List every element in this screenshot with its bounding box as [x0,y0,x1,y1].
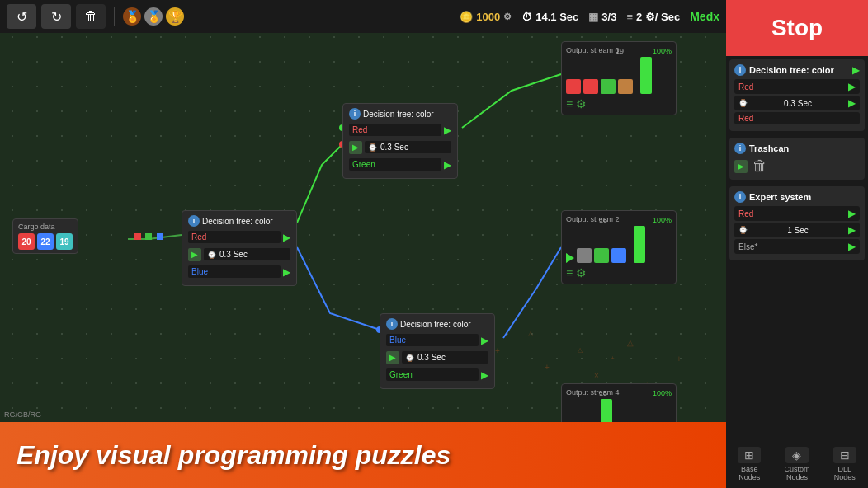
stream-4-count: 15 [599,389,607,397]
bottom-banner: Enjoy visual programming puzzles [0,422,726,488]
cargo-num-3: 19 [56,233,73,250]
decision-bot-row3: Green ▶ [386,367,488,382]
toolbar: ↺ ↻ 🗑 🏅 🏅 🏆 🪙 1000 ⚙ ⏱ 14.1 Sec ▦ 3/3 ≡ … [0,0,726,33]
arrow-right-6: ▶ [481,369,488,381]
decision-top-field1: Red [349,124,441,136]
stream-4-percent: 100% [653,389,672,397]
stream-2-percent: 100% [653,216,672,224]
coin-value: 1000 [476,11,500,23]
coin-symbol: ⚙ [503,12,512,22]
coin-icon: 🪙 [460,11,473,23]
node3-field1: Red ▶ [734,206,860,221]
node3-field2-arrow: ▶ [848,224,856,236]
arrow-right-1: ▶ [444,124,451,136]
decision-node-mid[interactable]: i Decision tree: color Red ▶ ▶ ⌚ 0.3 Sec… [182,210,297,286]
node2-play-btn[interactable]: ▶ [734,160,748,173]
info-badge-2: i [188,215,200,227]
arrow-right-5: ▶ [481,335,488,346]
decision-top-speed: ⌚ 0.3 Sec [365,141,451,153]
node3-field1-arrow: ▶ [848,208,856,219]
decision-node-bot[interactable]: i Decision tree: color Blue ▶ ▶ ⌚ 0.3 Se… [380,313,495,389]
stream-0-controls: ≡ ⚙ [566,97,672,110]
stop-button[interactable]: Stop [726,0,868,56]
base-nodes-icon: ⊞ [738,447,761,463]
node1-header: i Decision tree: color ▶ [734,64,860,76]
decision-mid-row1: Red ▶ [188,229,290,245]
stream-2-play-btn[interactable] [566,253,574,263]
bottom-banner-text: Enjoy visual programming puzzles [17,440,451,471]
node1-clock-icon: ⌚ [738,99,748,107]
decision-top-row1: Red ▶ [349,122,451,138]
decision-node-top-title: Decision tree: color [363,110,434,119]
node1-field1: Red ▶ [734,79,860,94]
decoration-5: △ [578,346,583,354]
achievement-2: 🏅 [144,7,163,26]
stream-2-count: 16 [599,216,607,224]
stream-2-box-blue [611,248,626,263]
bottom-right-buttons: ⊞ Base Nodes ◈ Custom Nodes ⊟ DLL Nodes [726,439,868,488]
decoration-4: + [545,363,550,372]
stream-0-count: 19 [616,47,624,55]
output-stream-2: Output stream 2 16 100% ≡ ⚙ [561,210,677,284]
undo-button[interactable]: ↺ [7,4,36,29]
speed-icon-3: ⌚ [405,354,414,362]
achievement-3: 🏆 [166,7,184,26]
node3-field3-value: Else* [738,242,757,251]
custom-nodes-icon: ◈ [785,447,809,463]
node2-title: Trashcan [749,143,789,153]
stream-2-reload-icon: ⚙ [576,266,587,279]
dll-nodes-button[interactable]: ⊟ DLL Nodes [833,447,856,481]
decoration-1: + [495,346,500,355]
decision-mid-field2: 0.3 Sec [219,250,248,259]
cargo-num-1: 20 [18,233,35,250]
decision-mid-speed: ⌚ 0.3 Sec [204,248,290,260]
right-panel-node3[interactable]: i Expert system Red ▶ ⌚ 1 Sec ▶ Else* ▶ [729,186,865,260]
info-badge-3: i [386,318,398,330]
dll-nodes-icon: ⊟ [833,447,856,463]
decision-mid-field3: Blue [188,265,281,278]
decision-node-top[interactable]: i Decision tree: color Red ▶ ▶ ⌚ 0.3 Sec… [342,103,458,179]
toolbar-stats: 🪙 1000 ⚙ ⏱ 14.1 Sec ▦ 3/3 ≡ 2 ⚙/ Sec Med… [460,10,719,23]
decision-top-field3: Green [349,158,441,171]
play-btn-2[interactable]: ▶ [188,248,201,261]
right-panel-node1[interactable]: i Decision tree: color ▶ Red ▶ ⌚ 0.3 Sec… [729,59,865,131]
stream-0-layers-icon: ≡ [566,97,573,110]
count-value: 3/3 [601,11,616,23]
node2-header: i Trashcan [734,143,860,154]
node3-field1-value: Red [738,209,753,218]
decision-mid-row3: Blue ▶ [188,264,290,279]
node3-field3-arrow: ▶ [848,241,856,252]
decoration-2: △ [528,330,533,337]
output-stream-0: Output stream 0 19 100% ≡ ⚙ [561,41,677,115]
stream-box-brown [618,79,633,94]
base-nodes-button[interactable]: ⊞ Base Nodes [738,447,761,481]
svg-rect-1 [145,233,152,240]
delete-button[interactable]: 🗑 [76,4,106,29]
stream-0-bar [640,57,652,94]
count-icon: ▦ [588,11,598,23]
cargo-node[interactable]: Cargo data 20 22 19 [12,218,78,254]
speed-icon-1: ⌚ [368,143,377,152]
custom-nodes-button[interactable]: ◈ Custom Nodes [784,447,809,481]
rate-icon: ≡ [626,11,633,23]
game-canvas[interactable]: + △ ○ + △ × + △ ○ + Output stream 0 19 1… [0,0,726,488]
node3-field2: ⌚ 1 Sec ▶ [734,223,860,237]
bottom-left-tag: RG/GB/RG [4,411,41,419]
node3-info-badge: i [734,191,746,203]
decision-mid-field1: Red [188,231,281,243]
decoration-7: + [611,354,615,362]
node3-field3: Else* ▶ [734,239,860,254]
node2-info-badge: i [734,143,746,154]
node1-field3-value: Red [738,114,753,123]
play-btn-1[interactable]: ▶ [349,141,362,154]
svg-rect-0 [134,233,141,240]
achievement-icons: 🏅 🏅 🏆 [123,7,184,26]
node1-field3: Red [734,112,860,124]
decision-bot-field1: Blue [386,334,479,346]
time-icon: ⏱ [521,11,532,23]
svg-rect-2 [157,233,163,240]
play-btn-3[interactable]: ▶ [386,351,399,364]
stream-2-controls: ≡ ⚙ [566,266,672,279]
right-panel-node2[interactable]: i Trashcan ▶ 🗑 [729,138,865,180]
redo-button[interactable]: ↻ [41,4,71,29]
